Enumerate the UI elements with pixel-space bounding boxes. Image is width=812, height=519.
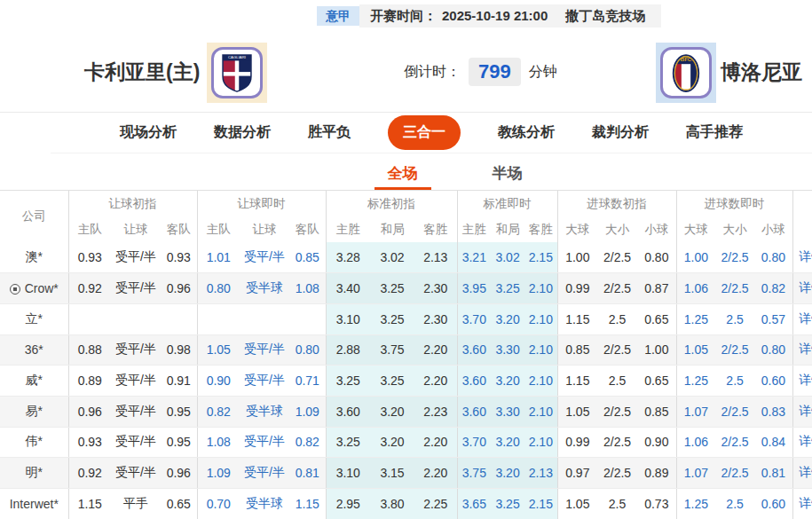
odds-cell: 0.82 [197,396,240,427]
nav-tab-expert[interactable]: 高手推荐 [686,123,743,142]
column-subheader: 主队 [68,216,111,242]
odds-cell: 2.20 [414,427,457,458]
odds-cell: 受平/半 [240,242,289,273]
column-subheader: 和局 [491,216,524,242]
odds-cell: 1.05 [557,489,597,519]
odds-cell: 2.10 [524,427,557,458]
odds-cell: 1.01 [197,242,240,273]
column-subheader: 主队 [197,216,240,242]
venue: 撒丁岛竞技场 [565,8,645,24]
odds-cell: 1.00 [676,242,715,273]
odds-cell [68,303,111,334]
odds-cell: 0.92 [68,458,111,489]
odds-cell: 平手 [111,489,161,519]
odds-cell: 2.10 [524,396,557,427]
odds-cell: 0.88 [68,334,111,366]
column-subheader: 小球 [637,216,676,242]
detail-link[interactable]: 详情 [792,273,812,304]
odds-cell: 1.25 [676,303,715,334]
odds-cell: 1.09 [197,458,240,489]
company-cell: Interwet* [0,489,68,519]
odds-cell: 2.30 [414,303,457,334]
home-team-name: 卡利亚里(主) [84,59,200,86]
odds-cell: 3.20 [370,396,414,427]
detail-link[interactable]: 详情 [792,334,812,366]
detail-link[interactable]: 详情 [792,303,812,334]
top-bar: 意甲 开赛时间： 2025-10-19 21:00 撒丁岛竞技场 [0,0,812,32]
column-subheader: 客队 [289,216,326,242]
odds-cell: 1.05 [557,396,597,427]
odds-cell: 1.00 [557,242,597,273]
odds-cell: 0.71 [289,366,326,397]
odds-cell: 3.25 [370,273,414,304]
odds-cell: 2/2.5 [715,273,754,304]
odds-cell: 3.10 [326,303,370,334]
odds-cell: 2.10 [524,366,557,397]
odds-cell: 3.02 [491,242,524,273]
odds-cell: 2.5 [715,489,754,519]
odds-cell: 0.82 [754,273,792,304]
odds-cell: 2/2.5 [715,427,754,458]
odds-cell: 2.5 [715,366,754,397]
column-company-header: 公司 [0,191,68,242]
odds-cell: 2/2.5 [597,242,637,273]
column-subheader: 小球 [754,216,792,242]
odds-cell: 3.20 [370,427,414,458]
odds-table-container: 公司让球初指让球即时标准初指标准即时进球数初指进球数即时主队让球客队主队让球客队… [0,191,812,519]
column-subheader: 客胜 [524,216,557,242]
nav-tab-three-in-one[interactable]: 三合一 [388,115,461,150]
detail-link[interactable]: 详情 [792,458,812,489]
odds-table-header: 公司让球初指让球即时标准初指标准即时进球数初指进球数即时主队让球客队主队让球客队… [0,191,812,242]
nav-tab-data[interactable]: 数据分析 [214,123,271,142]
odds-cell: 2.30 [414,273,457,304]
detail-link[interactable]: 详情 [792,366,812,397]
period-subtabs: 全场半场 [49,153,812,190]
subtab-full[interactable]: 全场 [374,153,431,190]
odds-cell: 受平/半 [240,334,289,366]
odds-table-body: 澳*0.93受平/半0.931.01受平/半0.853.283.022.133.… [0,242,812,519]
odds-cell: 受平/半 [240,427,289,458]
table-row: 易*0.96受平/半0.950.82受半球1.093.603.202.233.6… [0,396,812,427]
kickoff-strip: 开赛时间： 2025-10-19 21:00 撒丁岛竞技场 [359,4,661,28]
odds-cell: 2.5 [715,303,754,334]
company-cell: 易* [0,396,68,427]
column-subheader: 大球 [676,216,715,242]
odds-cell: 3.30 [491,334,524,366]
odds-cell: 3.10 [326,458,370,489]
league-badge[interactable]: 意甲 [317,6,359,26]
nav-tab-referee[interactable]: 裁判分析 [592,123,649,142]
column-subheader: 客胜 [414,216,457,242]
detail-link[interactable]: 详情 [792,396,812,427]
detail-link[interactable]: 详情 [792,427,812,458]
detail-link[interactable]: 详情 [792,489,812,519]
column-group-header: 让球初指 [68,191,197,216]
odds-cell: 2/2.5 [715,242,754,273]
odds-cell: 1.00 [637,334,676,366]
odds-cell: 0.80 [289,334,326,366]
odds-cell: 受半球 [240,396,289,427]
odds-cell: 3.25 [491,489,524,519]
odds-cell: 3.25 [370,303,414,334]
odds-cell: 0.96 [161,273,197,304]
away-team-logo: BFC [656,43,716,103]
odds-cell: 0.57 [754,303,792,334]
odds-cell: 3.60 [457,366,491,397]
company-cell: 伟* [0,427,68,458]
detail-link[interactable]: 详情 [792,242,812,273]
column-subheader: 主胜 [326,216,370,242]
column-group-header: 标准即时 [457,191,557,216]
nav-tab-coach[interactable]: 教练分析 [498,123,555,142]
subtab-half[interactable]: 半场 [479,153,536,190]
odds-cell: 3.80 [370,489,414,519]
match-header: 卡利亚里(主) CAGLIARI 倒计时： 799 分钟 [0,32,812,113]
nav-tab-wdl[interactable]: 胜平负 [308,123,351,142]
odds-cell: 0.73 [637,489,676,519]
odds-cell: 2.13 [414,242,457,273]
odds-cell: 0.82 [289,427,326,458]
odds-cell: 0.80 [754,334,792,366]
nav-tab-live[interactable]: 现场分析 [120,123,177,142]
countdown-label: 倒计时： [404,63,461,82]
odds-cell [289,303,326,334]
column-subheader: 让球 [111,216,161,242]
table-row: 36*0.88受平/半0.981.05受平/半0.802.883.752.203… [0,334,812,366]
